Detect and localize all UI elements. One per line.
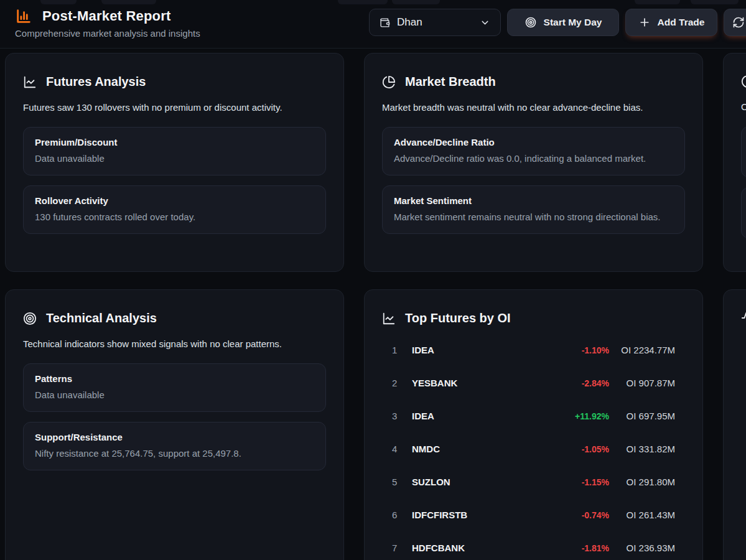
page-subtitle: Comprehensive market analysis and insigh…	[15, 28, 200, 39]
bar-chart-icon	[15, 7, 32, 25]
card-title: Top Futures by OI	[405, 311, 511, 325]
card-title: Market Breadth	[405, 75, 496, 89]
start-my-day-label: Start My Day	[544, 17, 602, 28]
change-percent: -1.10%	[561, 345, 609, 355]
support-resistance-box: Support/Resistance Nifty resistance at 2…	[23, 422, 326, 470]
wallet-icon	[380, 17, 390, 28]
sub-box-title: Patterns	[35, 373, 314, 384]
add-trade-button[interactable]: Add Trade	[625, 9, 717, 36]
patterns-box: Patterns Data unavailable	[23, 363, 326, 412]
cut-off-chip	[101, 0, 156, 4]
table-row[interactable]: 4 NMDC -1.05% OI 331.82M	[382, 432, 685, 465]
technical-analysis-card: Technical Analysis Technical indicators …	[5, 289, 344, 560]
card-title: Technical Analysis	[46, 311, 157, 325]
sub-box-title: Support/Resistance	[35, 432, 314, 442]
top-futures-list: 1 IDEA -1.10% OI 2234.77M 2 YESBANK -2.8…	[382, 334, 685, 560]
refresh-icon	[732, 16, 745, 29]
sub-box-title: Rollover Activity	[35, 195, 314, 206]
cut-off-chip	[338, 0, 388, 4]
open-interest: OI 236.93M	[609, 543, 675, 553]
activity-icon	[741, 311, 746, 325]
line-chart-icon	[382, 312, 396, 325]
cut-off-chip	[691, 0, 739, 4]
table-row[interactable]: 3 IDEA +11.92% OI 697.95M	[382, 399, 685, 432]
symbol: IDFCFIRSTB	[412, 510, 467, 520]
table-row[interactable]: 7 HDFCBANK -1.81% OI 236.93M	[382, 531, 685, 560]
rank: 6	[392, 510, 412, 520]
chevron-down-icon	[480, 17, 490, 28]
page-header: Post-Market Report Comprehensive market …	[0, 0, 746, 49]
table-row[interactable]: 2 YESBANK -2.84% OI 907.87M	[382, 366, 685, 399]
rank: 4	[392, 444, 412, 454]
target-icon	[525, 16, 537, 29]
card-title: Futures Analysis	[46, 75, 146, 89]
sub-box-title: Market Sentiment	[394, 195, 673, 206]
card-description: Futures saw 130 rollovers with no premiu…	[23, 102, 326, 113]
change-percent: +11.92%	[561, 411, 609, 421]
table-row[interactable]: 5 SUZLON -1.15% OI 291.80M	[382, 465, 685, 498]
rank: 7	[392, 543, 412, 553]
right-bottom-partial-card	[723, 289, 746, 560]
futures-analysis-card: Futures Analysis Futures saw 130 rollove…	[5, 53, 344, 272]
rank: 3	[392, 411, 412, 421]
sub-box-body: Advance/Decline ratio was 0.0, indicatin…	[394, 152, 673, 166]
market-breadth-card: Market Breadth Market breadth was neutra…	[364, 53, 703, 272]
open-interest: OI 261.43M	[609, 510, 675, 520]
symbol: HDFCBANK	[412, 543, 465, 553]
change-percent: -0.74%	[561, 510, 609, 520]
target-icon	[23, 312, 37, 325]
broker-select-value: Dhan	[397, 16, 422, 29]
advance-decline-box: Advance/Decline Ratio Advance/Decline ra…	[382, 127, 685, 175]
change-percent: -1.05%	[561, 444, 609, 454]
table-row[interactable]: 1 IDEA -1.10% OI 2234.77M	[382, 334, 685, 366]
card-description-fragment: O	[741, 101, 746, 112]
open-interest: OI 331.82M	[609, 444, 675, 454]
cards-grid: Futures Analysis Futures saw 130 rollove…	[5, 53, 746, 560]
sub-box-body: 130 futures contracts rolled over today.	[35, 210, 314, 224]
add-trade-label: Add Trade	[658, 17, 705, 28]
refresh-button[interactable]	[724, 9, 746, 36]
pie-chart-icon	[382, 75, 396, 89]
post-market-report-page: Post-Market Report Comprehensive market …	[0, 0, 746, 560]
brand: Post-Market Report Comprehensive market …	[15, 7, 200, 39]
rollover-activity-box: Rollover Activity 130 futures contracts …	[23, 185, 326, 234]
change-percent: -2.84%	[561, 378, 609, 388]
rank: 2	[392, 378, 412, 388]
start-my-day-button[interactable]: Start My Day	[507, 9, 619, 36]
sub-box-title: Advance/Decline Ratio	[394, 137, 673, 147]
cut-off-chip	[40, 0, 77, 4]
open-interest: OI 2234.77M	[609, 345, 675, 355]
sub-box	[741, 187, 746, 238]
change-percent: -1.15%	[561, 477, 609, 487]
sub-box-body: Nifty resistance at 25,764.75, support a…	[35, 447, 314, 460]
premium-discount-box: Premium/Discount Data unavailable	[23, 127, 326, 175]
symbol: SUZLON	[412, 477, 450, 487]
line-chart-icon	[23, 75, 37, 89]
page-title: Post-Market Report	[42, 8, 171, 24]
top-futures-card: Top Futures by OI 1 IDEA -1.10% OI 2234.…	[364, 289, 703, 560]
sub-box-body: Data unavailable	[35, 388, 314, 402]
symbol: IDEA	[412, 411, 434, 421]
broker-select[interactable]: Dhan	[369, 9, 501, 36]
symbol: NMDC	[412, 444, 440, 454]
right-top-partial-card: O	[723, 53, 746, 272]
open-interest: OI 697.95M	[609, 411, 675, 421]
sub-box-body: Market sentiment remains neutral with no…	[394, 210, 673, 224]
cut-off-chip	[635, 0, 680, 4]
table-row[interactable]: 6 IDFCFIRSTB -0.74% OI 261.43M	[382, 498, 685, 531]
pie-chart-icon	[741, 75, 746, 88]
change-percent: -1.81%	[561, 543, 609, 553]
symbol: IDEA	[412, 345, 434, 355]
card-description: Technical indicators show mixed signals …	[23, 338, 326, 349]
open-interest: OI 291.80M	[609, 477, 675, 487]
rank: 5	[392, 477, 412, 487]
symbol: YESBANK	[412, 378, 457, 388]
sub-box-title: Premium/Discount	[35, 137, 314, 147]
cut-off-chip	[392, 0, 440, 4]
open-interest: OI 907.87M	[609, 378, 675, 388]
sub-box	[741, 126, 746, 177]
plus-icon	[638, 16, 651, 29]
sub-box-body: Data unavailable	[35, 152, 314, 166]
card-description: Market breadth was neutral with no clear…	[382, 102, 685, 113]
rank: 1	[392, 345, 412, 355]
